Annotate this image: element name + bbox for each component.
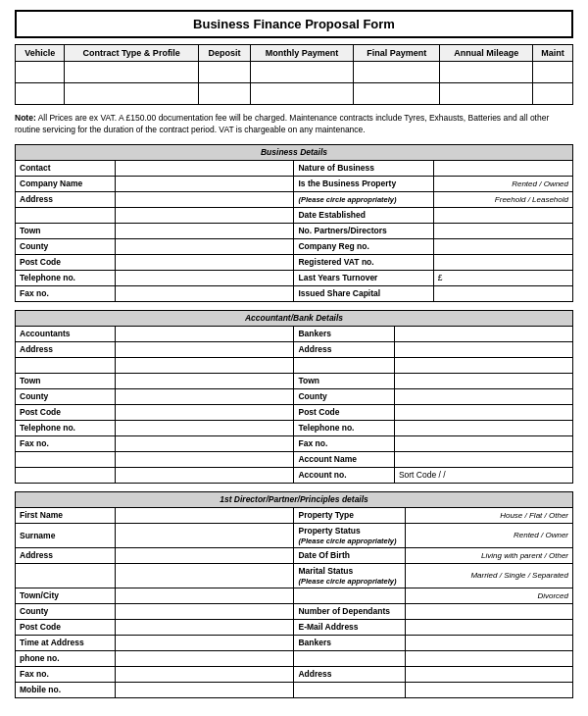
deposit-cell-2[interactable] bbox=[199, 83, 251, 105]
firstname-value[interactable] bbox=[116, 507, 294, 523]
dir-address3-value[interactable] bbox=[406, 666, 573, 682]
property-type-option: House / Flat / Other bbox=[406, 507, 573, 523]
date-estab-value[interactable] bbox=[433, 207, 572, 223]
postcode-value[interactable] bbox=[116, 254, 294, 270]
share-capital-value[interactable] bbox=[433, 285, 572, 301]
dependants-value[interactable] bbox=[406, 603, 573, 619]
acc-fax-value[interactable] bbox=[116, 435, 294, 451]
acc-town-value[interactable] bbox=[116, 373, 294, 388]
vehicle-table: Vehicle Contract Type & Profile Deposit … bbox=[15, 44, 573, 105]
bank-fax-value[interactable] bbox=[394, 435, 572, 451]
business-row-9: Fax no. Issued Share Capital bbox=[16, 285, 573, 301]
mileage-cell-2[interactable] bbox=[440, 83, 533, 105]
town-label: Town bbox=[16, 223, 116, 238]
nature-value[interactable] bbox=[433, 160, 572, 176]
dir-county-value[interactable] bbox=[116, 603, 294, 619]
deposit-cell[interactable] bbox=[199, 62, 251, 83]
bank-county-label: County bbox=[294, 388, 394, 404]
business-row-1: Contact Nature of Business bbox=[16, 160, 573, 176]
account-no-value[interactable]: Sort Code / / bbox=[394, 467, 572, 483]
bank-address-value[interactable] bbox=[394, 341, 572, 357]
town-city-value[interactable] bbox=[116, 588, 294, 603]
address-cont-label bbox=[16, 207, 116, 223]
acc-county-value[interactable] bbox=[116, 388, 294, 404]
maint-cell[interactable] bbox=[532, 62, 572, 83]
final-cell-2[interactable] bbox=[354, 83, 440, 105]
dir-row-10: Fax no. Address bbox=[16, 666, 573, 682]
vehicle-cell-2[interactable] bbox=[16, 83, 65, 105]
company-name-value[interactable] bbox=[116, 176, 294, 191]
vat-value[interactable] bbox=[433, 254, 572, 270]
account-no-label: Account no. bbox=[294, 467, 394, 483]
tel-value[interactable] bbox=[116, 270, 294, 285]
property-status-label: Property Status(Please circle appropriat… bbox=[294, 523, 406, 547]
contract-cell-2[interactable] bbox=[65, 83, 199, 105]
email-label: E-Mail Address bbox=[294, 619, 406, 635]
col-contract: Contract Type & Profile bbox=[65, 45, 199, 62]
dir-row-8: Time at Address Bankers bbox=[16, 635, 573, 650]
county-label: County bbox=[16, 238, 116, 254]
county-value[interactable] bbox=[116, 238, 294, 254]
email-value[interactable] bbox=[406, 619, 573, 635]
monthly-cell-2[interactable] bbox=[250, 83, 353, 105]
dir-bankers-value[interactable] bbox=[406, 635, 573, 650]
col-vehicle: Vehicle bbox=[16, 45, 65, 62]
dir-address2-value[interactable] bbox=[116, 563, 294, 588]
acc-postcode-value[interactable] bbox=[116, 404, 294, 420]
dir-address2-label bbox=[16, 563, 116, 588]
contract-cell[interactable] bbox=[65, 62, 199, 83]
bankers-value[interactable] bbox=[394, 326, 572, 341]
bank-town-value[interactable] bbox=[394, 373, 572, 388]
contact-value[interactable] bbox=[116, 160, 294, 176]
surname-value[interactable] bbox=[116, 523, 294, 547]
maint-cell-2[interactable] bbox=[532, 83, 572, 105]
mobile-value[interactable] bbox=[116, 682, 294, 697]
dir-row-2: Surname Property Status(Please circle ap… bbox=[16, 523, 573, 547]
business-row-3: Address (Please circle appropriately) Fr… bbox=[16, 191, 573, 207]
company-reg-value[interactable] bbox=[433, 238, 572, 254]
mileage-cell[interactable] bbox=[440, 62, 533, 83]
address-value[interactable] bbox=[116, 191, 294, 207]
accountants-label: Accountants bbox=[16, 326, 116, 341]
fax-label: Fax no. bbox=[16, 285, 116, 301]
bank-address-label: Address bbox=[294, 341, 394, 357]
account-name-value[interactable] bbox=[394, 451, 572, 467]
bank-postcode-value[interactable] bbox=[394, 404, 572, 420]
dir-fax-value[interactable] bbox=[116, 666, 294, 682]
turnover-value[interactable]: £ bbox=[433, 270, 572, 285]
acc-tel-value[interactable] bbox=[116, 420, 294, 435]
business-row-7: Post Code Registered VAT no. bbox=[16, 254, 573, 270]
acc-address-value[interactable] bbox=[116, 341, 294, 357]
partners-value[interactable] bbox=[433, 223, 572, 238]
acc-row-2: Address Address bbox=[16, 341, 573, 357]
time-address-value[interactable] bbox=[116, 635, 294, 650]
dir-postcode-value[interactable] bbox=[116, 619, 294, 635]
accountant-table: Accountant/Bank Details Accountants Bank… bbox=[15, 310, 573, 484]
vehicle-cell[interactable] bbox=[16, 62, 65, 83]
acc-address2-value[interactable] bbox=[116, 357, 294, 373]
town-value[interactable] bbox=[116, 223, 294, 238]
final-cell[interactable] bbox=[354, 62, 440, 83]
bank-county-value[interactable] bbox=[394, 388, 572, 404]
acc-fax-label: Fax no. bbox=[16, 435, 116, 451]
dir-address-value[interactable] bbox=[116, 547, 294, 563]
bank-tel-value[interactable] bbox=[394, 420, 572, 435]
dir-row-7: Post Code E-Mail Address bbox=[16, 619, 573, 635]
address-cont-value[interactable] bbox=[116, 207, 294, 223]
dir-county-label: County bbox=[16, 603, 116, 619]
date-estab-label: Date Established bbox=[294, 207, 433, 223]
bank-address2-value[interactable] bbox=[394, 357, 572, 373]
accountants-value[interactable] bbox=[116, 326, 294, 341]
living-option: Living with parent / Other bbox=[406, 547, 573, 563]
acc-empty-value[interactable] bbox=[116, 451, 294, 467]
dir-address4-value[interactable] bbox=[406, 682, 573, 697]
fax-value[interactable] bbox=[116, 285, 294, 301]
phone-value[interactable] bbox=[116, 650, 294, 666]
acc-empty2-value[interactable] bbox=[116, 467, 294, 483]
dir-bank-address-value[interactable] bbox=[406, 650, 573, 666]
dir-row-9: phone no. bbox=[16, 650, 573, 666]
business-row-4: Date Established bbox=[16, 207, 573, 223]
col-monthly: Monthly Payment bbox=[250, 45, 353, 62]
acc-row-5: County County bbox=[16, 388, 573, 404]
monthly-cell[interactable] bbox=[250, 62, 353, 83]
